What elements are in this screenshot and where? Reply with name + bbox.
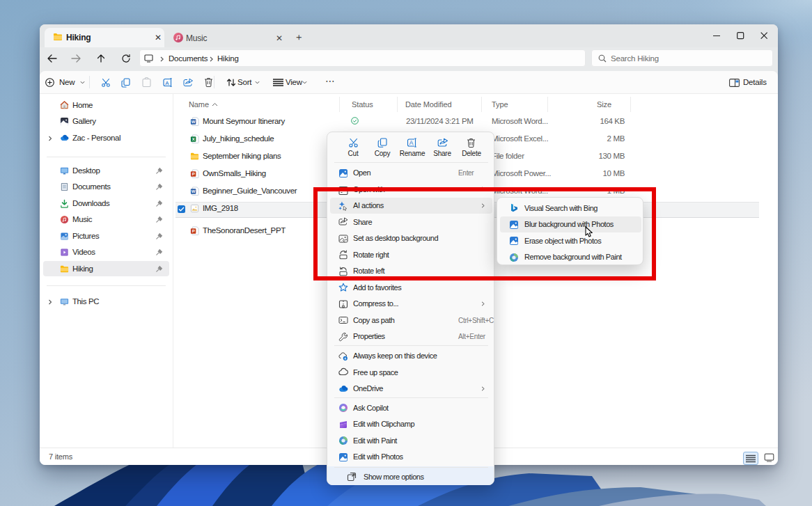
svg-text:X: X (192, 137, 195, 141)
svg-text:W: W (192, 189, 196, 193)
svg-text:P: P (192, 172, 195, 176)
svg-text:W: W (192, 120, 196, 124)
svg-text:A: A (409, 139, 414, 146)
svg-text:A: A (165, 80, 169, 86)
svg-text:P: P (192, 229, 195, 233)
